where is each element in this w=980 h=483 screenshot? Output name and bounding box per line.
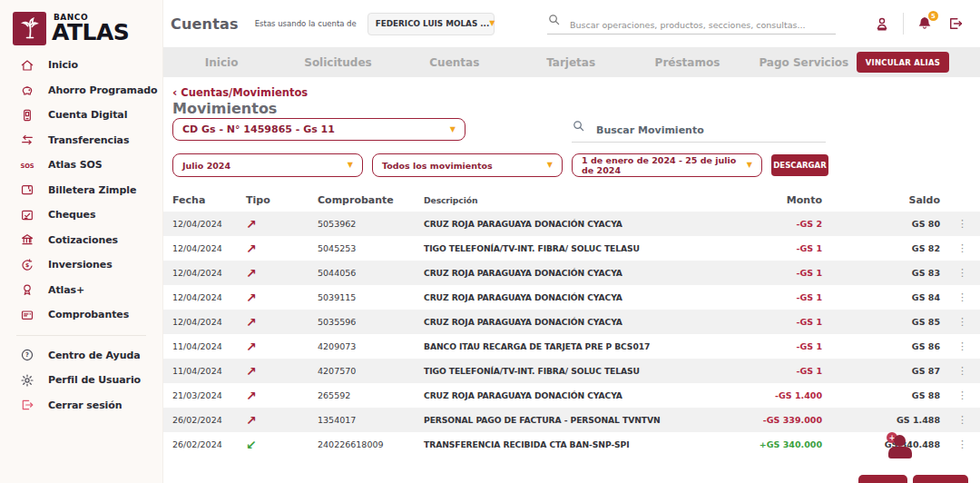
sidebar-item-atlas-sos[interactable]: SOS Atlas SOS	[0, 153, 162, 178]
sidebar-item-transferencias[interactable]: Transferencias	[0, 128, 162, 153]
sidebar-item-cheques[interactable]: Cheques	[0, 202, 162, 228]
row-kebab-menu-icon[interactable]: ⋮	[940, 291, 967, 303]
sidebar-item-inversiones[interactable]: $ Inversiones	[0, 252, 162, 278]
monto-cell: -GS 339.000	[695, 415, 822, 425]
row-kebab-menu-icon[interactable]: ⋮	[940, 365, 967, 377]
movement-search-input[interactable]	[596, 124, 826, 136]
account-selector-dropdown[interactable]: FEDERICO LUIS MOLAS ... ▼	[368, 13, 495, 35]
table-row[interactable]: 21/03/2024 ↗ 265592 CRUZ ROJA PARAGUAYA …	[163, 383, 980, 408]
row-kebab-menu-icon[interactable]: ⋮	[940, 414, 967, 426]
tipo-cell: ↙	[240, 439, 318, 451]
saldo-cell: GS 83	[822, 268, 940, 278]
descargar-button[interactable]: DESCARGAR	[771, 154, 828, 176]
sidebar-item-cuenta-digital[interactable]: Cuenta Digital	[0, 103, 162, 128]
fecha-cell: 26/02/2024	[172, 439, 240, 449]
saldo-cell: GS 84	[822, 292, 940, 302]
search-icon	[547, 13, 561, 30]
pagination-button-right[interactable]	[913, 475, 968, 483]
nav-tab-pr-stamos[interactable]: Préstamos	[629, 56, 745, 69]
breadcrumb[interactable]: ‹ Cuentas/Movimientos	[172, 85, 308, 99]
transfer-out-icon: ↗	[246, 364, 257, 379]
brand-logo[interactable]: BANCO ATLAS	[0, 0, 162, 47]
row-kebab-menu-icon[interactable]: ⋮	[940, 340, 967, 352]
row-kebab-menu-icon[interactable]: ⋮	[940, 242, 967, 254]
table-row[interactable]: 12/04/2024 ↗ 5053962 CRUZ ROJA PARAGUAYA…	[163, 212, 980, 236]
pagination-button-left[interactable]	[858, 475, 907, 483]
row-kebab-menu-icon[interactable]: ⋮	[940, 316, 967, 328]
medal-icon	[20, 282, 34, 297]
account-dropdown[interactable]: CD Gs - N° 1459865 - Gs 11 ▼	[172, 118, 466, 141]
descripcion-cell: TRANSFERENCIA RECIBIDA CTA BAN-SNP-SPI	[424, 439, 695, 449]
table-row[interactable]: 12/04/2024 ↗ 5035596 CRUZ ROJA PARAGUAYA…	[163, 310, 980, 334]
comprobante-cell: 240226618009	[318, 439, 424, 449]
table-row[interactable]: 12/04/2024 ↗ 5045253 TIGO TELEFONÍA/TV-I…	[163, 236, 980, 261]
fecha-cell: 12/04/2024	[172, 292, 240, 302]
vincular-alias-button[interactable]: VINCULAR ALIAS	[857, 52, 949, 73]
account-selector-value: FEDERICO LUIS MOLAS ...	[376, 19, 490, 28]
table-row[interactable]: 26/02/2024 ↙ 240226618009 TRANSFERENCIA …	[163, 432, 980, 457]
sidebar-item-label: Perfil de Usuario	[48, 374, 141, 386]
table-row[interactable]: 12/04/2024 ↗ 5044056 CRUZ ROJA PARAGUAYA…	[163, 261, 980, 285]
logout-header-icon[interactable]	[946, 14, 965, 34]
tipo-cell: ↗	[240, 365, 318, 378]
table-row[interactable]: 11/04/2024 ↗ 4209073 BANCO ITAU RECARGA …	[163, 334, 980, 359]
header-divider	[903, 13, 904, 34]
sidebar-item-label: Cerrar sesión	[48, 399, 122, 411]
sidebar-item-comprobantes[interactable]: Comprobantes	[0, 302, 162, 328]
palm-tree-logo-icon	[13, 12, 46, 45]
sidebar-item-label: Inicio	[48, 59, 78, 71]
sidebar-item-label: Comprobantes	[48, 309, 129, 320]
sidebar-item-billetera-zimple[interactable]: Billetera Zimple	[0, 178, 162, 203]
notifications-bell-icon[interactable]: 5	[915, 14, 935, 34]
svg-text:$: $	[25, 261, 29, 268]
transfer-out-icon: ↗	[246, 291, 257, 305]
month-filter-dropdown[interactable]: Julio 2024 ▼	[172, 153, 363, 177]
monto-cell: -GS 2	[695, 219, 822, 229]
comprobante-cell: 5035596	[318, 317, 424, 327]
sidebar-item-centro-de-ayuda[interactable]: ? Centro de Ayuda	[0, 343, 162, 369]
transfer-out-icon: ↗	[246, 315, 257, 330]
movement-type-filter-dropdown[interactable]: Todos los movimientos ▼	[372, 153, 563, 177]
using-account-label: Estas usando la cuenta de	[255, 19, 357, 28]
sidebar-item-cotizaciones[interactable]: Cotizaciones	[0, 228, 162, 253]
wallet-icon	[20, 182, 34, 197]
date-range-filter-dropdown[interactable]: 1 de enero de 2024 - 25 de julio de 2024…	[572, 153, 762, 177]
table-row[interactable]: 11/04/2024 ↗ 4207570 TIGO TELEFONÍA/TV-I…	[163, 359, 980, 383]
nav-tab-cuentas[interactable]: Cuentas	[397, 56, 513, 69]
sos-icon: SOS	[20, 158, 34, 172]
nav-tab-tarjetas[interactable]: Tarjetas	[513, 56, 629, 69]
tipo-cell: ↗	[240, 340, 318, 353]
table-row[interactable]: 26/02/2024 ↗ 1354017 PERSONAL PAGO DE FA…	[163, 408, 980, 432]
help-circle-icon: ?	[20, 348, 34, 362]
home-icon	[20, 58, 34, 73]
fecha-cell: 12/04/2024	[172, 317, 240, 327]
sidebar-item-atlas-[interactable]: Atlas+	[0, 278, 162, 303]
global-search-input[interactable]	[570, 20, 836, 30]
column-header-descripci-n: Descripción	[424, 195, 695, 205]
floating-assistant-avatar[interactable]: +	[887, 432, 916, 461]
tipo-cell: ↗	[240, 316, 318, 329]
table-row[interactable]: 12/04/2024 ↗ 5039115 CRUZ ROJA PARAGUAYA…	[163, 285, 980, 310]
nav-tab-inicio[interactable]: Inicio	[163, 56, 279, 69]
global-search[interactable]	[547, 13, 836, 34]
user-profile-icon[interactable]	[872, 14, 892, 34]
section-title: Cuentas	[171, 15, 239, 33]
brand-atlas-text: ATLAS	[52, 21, 129, 44]
descripcion-cell: CRUZ ROJA PARAGUAYA DONACIÓN CYACYA	[424, 317, 695, 327]
descripcion-cell: CRUZ ROJA PARAGUAYA DONACIÓN CYACYA	[424, 219, 695, 229]
sidebar-item-cerrar-sesi-n[interactable]: Cerrar sesión	[0, 393, 162, 419]
row-kebab-menu-icon[interactable]: ⋮	[940, 267, 967, 279]
sidebar-item-ahorro-programado[interactable]: Ahorro Programado	[0, 78, 162, 104]
movement-search[interactable]	[572, 119, 826, 143]
comprobante-cell: 4209073	[318, 341, 424, 351]
sidebar-item-perfil-de-usuario[interactable]: Perfil de Usuario	[0, 368, 162, 393]
nav-tab-pago-servicios[interactable]: Pago Servicios	[746, 56, 862, 69]
sidebar-item-inicio[interactable]: Inicio	[0, 53, 162, 78]
piggy-bank-icon	[20, 83, 34, 97]
nav-tab-solicitudes[interactable]: Solicitudes	[279, 56, 396, 69]
row-kebab-menu-icon[interactable]: ⋮	[940, 439, 967, 450]
transfer-out-icon: ↗	[246, 389, 257, 403]
row-kebab-menu-icon[interactable]: ⋮	[940, 389, 967, 401]
cheque-icon	[20, 208, 34, 222]
row-kebab-menu-icon[interactable]: ⋮	[940, 218, 967, 230]
